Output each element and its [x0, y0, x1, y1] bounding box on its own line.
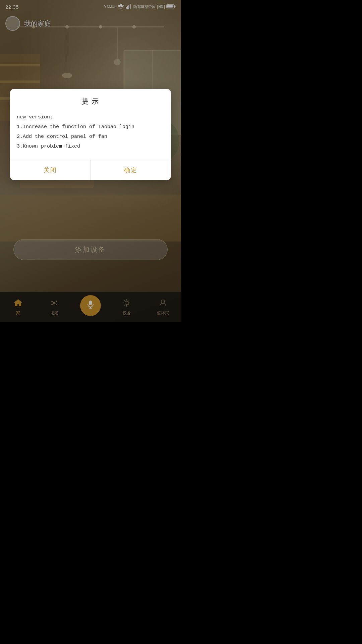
- dialog-line2: 2.Add the control panel of fan: [17, 132, 164, 141]
- version-label: new version:: [17, 113, 164, 122]
- dialog-actions: 关闭 确定: [10, 160, 171, 180]
- dialog-line1: 1.Increase the function of Taobao login: [17, 122, 164, 131]
- dialog-title: 提 示: [10, 89, 171, 113]
- dialog-line3: 3.Known problem fixed: [17, 142, 164, 151]
- confirm-button[interactable]: 确定: [91, 160, 171, 180]
- close-button[interactable]: 关闭: [10, 160, 91, 180]
- dialog: 提 示 new version: 1.Increase the function…: [10, 89, 171, 180]
- dialog-content: new version: 1.Increase the function of …: [10, 113, 171, 160]
